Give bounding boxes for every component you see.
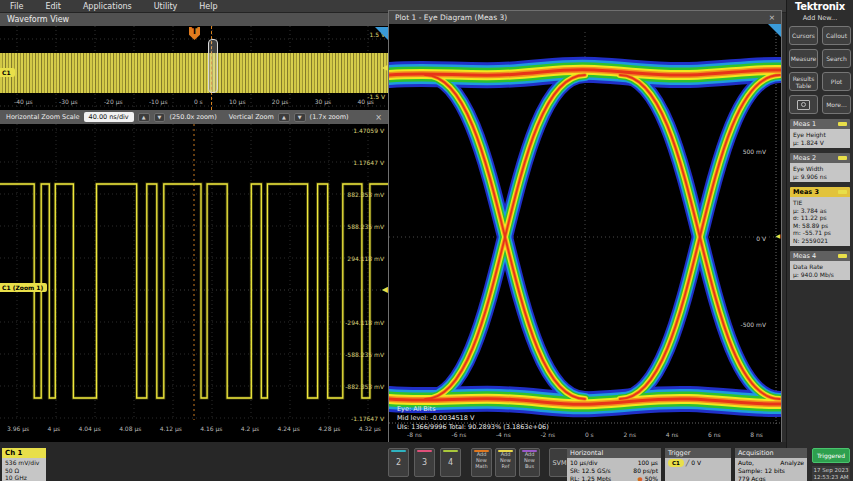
measurement-badge-meas-4[interactable]: Meas 4Data Rateµ: 940.0 Mb/s <box>790 251 850 280</box>
acquisition-panel[interactable]: Acquisition Auto, Analyze Sample: 12 bit… <box>735 448 807 481</box>
tektronix-logo: Tektronix <box>787 1 853 12</box>
trigger-source-badge[interactable]: C1 <box>668 459 684 467</box>
close-icon[interactable]: × <box>769 11 781 24</box>
eye-time-label: 2 ns <box>623 431 636 438</box>
zoom-volt-label: 882.353 mV <box>347 191 384 198</box>
ch1-badge[interactable]: Ch 1 536 mV/div50 Ω10 GHz <box>2 448 46 481</box>
add-new-button-label: Add New Math <box>472 451 491 469</box>
acq-mode: Auto, <box>738 459 754 467</box>
cursors-button[interactable]: Cursors <box>789 26 818 45</box>
add-new-ref-button[interactable]: Add New Ref <box>495 448 516 477</box>
measurement-badge-header[interactable]: Meas 2 <box>790 153 850 163</box>
acq-analyze: Analyze <box>780 459 804 467</box>
channel-color-chip <box>838 190 847 194</box>
channel-button-label: 3 <box>422 458 427 467</box>
eye-diagram-window[interactable]: Plot 1 - Eye Diagram (Meas 3) × ◀ 500 mV… <box>388 10 782 445</box>
menu-item-applications[interactable]: Applications <box>83 2 132 11</box>
ch1-setting: 536 mV/div <box>5 459 43 467</box>
measurement-badge-meas-1[interactable]: Meas 1Eye Heightµ: 1.824 V <box>790 119 850 148</box>
channel-4-button[interactable]: 4 <box>440 448 461 477</box>
acq-sample: Sample: 12 bits <box>738 467 804 475</box>
add-new-math-button[interactable]: Add New Math <box>471 448 492 477</box>
trigger-panel-body: C1 ╱ 0 V <box>665 458 731 481</box>
h-zoom-increase-button[interactable]: ▲ <box>138 113 150 122</box>
horizontal-panel-title: Horizontal <box>567 448 661 458</box>
menu-item-edit[interactable]: Edit <box>45 2 61 11</box>
eye-diagram-canvas[interactable] <box>389 24 781 431</box>
menu-item-help[interactable]: Help <box>199 2 217 11</box>
measurement-value: µ: 1.824 V <box>793 139 847 147</box>
channel-2-button[interactable]: 2 <box>388 448 409 477</box>
v-zoom-increase-button[interactable]: ▲ <box>278 113 290 122</box>
measurement-badge-meas-3[interactable]: Meas 3TIEµ: 3.784 asσ: 11.22 psM: 58.89 … <box>790 187 850 246</box>
callout-button[interactable]: Callout <box>822 26 851 45</box>
search-button[interactable]: Search <box>822 49 851 68</box>
run-status-button[interactable]: Triggered <box>812 448 850 463</box>
v-zoom-factor: (1.7x zoom) <box>310 113 349 121</box>
v-zoom-label: Vertical Zoom <box>229 113 274 121</box>
zoom-volt-label: 588.235 mV <box>347 223 384 230</box>
measurement-badge-meas-2[interactable]: Meas 2Eye Widthµ: 9.906 ns <box>790 153 850 182</box>
h-zoom-decrease-button[interactable]: ▼ <box>154 113 166 122</box>
v-zoom-decrease-button[interactable]: ▼ <box>294 113 306 122</box>
resize-handle-icon[interactable] <box>768 24 781 37</box>
overview-time-label: 40 µs <box>357 98 374 105</box>
zoom-volt-label: 1.47059 V <box>353 127 384 134</box>
channel-color-chip <box>838 156 847 160</box>
ch1-setting: 50 Ω <box>5 467 43 475</box>
oscilloscope-app: FileEditApplicationsUtilityHelp Waveform… <box>0 0 853 481</box>
acquisition-panel-body: Auto, Analyze Sample: 12 bits 779 Acqs <box>735 458 807 481</box>
menu-item-utility[interactable]: Utility <box>154 2 178 11</box>
eye-annotation-line: Eye: All Bits <box>397 405 549 414</box>
channel-3-button[interactable]: 3 <box>414 448 435 477</box>
more-button[interactable]: More... <box>822 95 851 114</box>
zoom-scale-bar: Horizontal Zoom Scale 40.00 ns/div ▲ ▼ (… <box>0 110 388 124</box>
screen-capture-button[interactable] <box>789 95 818 114</box>
trigger-panel[interactable]: Trigger C1 ╱ 0 V <box>665 448 731 481</box>
eye-time-label: -8 ns <box>407 431 422 438</box>
ch1-badge-header[interactable]: Ch 1 <box>2 448 46 458</box>
zoom-volt-label: -588.235 mV <box>345 351 384 358</box>
zoom-time-label: 4 µs <box>48 425 61 432</box>
horizontal-setting-row: SR: 12.5 GS/s80 ps/pt <box>570 467 658 475</box>
acq-count: 779 Acqs <box>738 475 804 481</box>
zoomed-waveform-canvas[interactable] <box>0 124 388 422</box>
measurement-badge-body: TIEµ: 3.784 asσ: 11.22 psM: 58.89 psm: -… <box>790 197 850 246</box>
horizontal-panel[interactable]: Horizontal 10 µs/div100 µsSR: 12.5 GS/s8… <box>567 448 661 481</box>
trigger-level-value: 0 V <box>691 459 701 466</box>
zoomed-waveform-view[interactable]: C1 (Zoom 1) ◀ 3.96 µs4 µs4.04 µs4.08 µs4… <box>0 124 388 442</box>
eye-zero-marker-icon: ◀ <box>775 232 780 240</box>
add-new-color-stripe <box>522 450 537 452</box>
datetime-line: 12:53:23 AM <box>812 474 850 481</box>
add-new-button-group: Add New MathAdd New RefAdd New Bus <box>471 448 540 477</box>
resize-handle-icon[interactable] <box>375 27 388 40</box>
add-new-bus-button[interactable]: Add New Bus <box>519 448 540 477</box>
plot-button[interactable]: Plot <box>822 72 851 91</box>
measurement-badge-body: Eye Widthµ: 9.906 ns <box>790 163 850 182</box>
overview-time-label: -20 µs <box>104 98 123 105</box>
ch1-handle[interactable]: C1 <box>0 68 15 77</box>
eye-annotations: Eye: All BitsMid level: -0.0034518 VUIs:… <box>397 405 549 432</box>
h-zoom-scale-value[interactable]: 40.00 ns/div <box>84 112 134 122</box>
ch1-waveform-band <box>0 53 388 93</box>
menu-item-file[interactable]: File <box>10 2 23 11</box>
eye-time-label: -4 ns <box>496 431 511 438</box>
eye-window-titlebar[interactable]: Plot 1 - Eye Diagram (Meas 3) × <box>389 11 781 24</box>
camera-icon <box>797 100 810 110</box>
measurement-badge-header[interactable]: Meas 3 <box>790 187 850 197</box>
sidebar-button-grid: CursorsCalloutMeasureSearchResults Table… <box>787 26 853 114</box>
zoom-time-label: 4.08 µs <box>119 425 141 432</box>
zoom-region-handle[interactable] <box>208 39 218 93</box>
measurement-badge-header[interactable]: Meas 4 <box>790 251 850 261</box>
measurement-badge-header[interactable]: Meas 1 <box>790 119 850 129</box>
position-bullet-icon: ● <box>638 475 643 481</box>
waveform-overview[interactable]: T C1 1.5 V -1.5 V ◀ -40 µs-30 µs-20 µs-1… <box>0 26 388 110</box>
results-table-button[interactable]: Results Table <box>789 72 818 91</box>
ch1-zoom-handle[interactable]: C1 (Zoom 1) <box>0 283 47 292</box>
overview-time-label: 20 µs <box>272 98 289 105</box>
zoom-close-icon[interactable]: × <box>375 113 382 122</box>
channel-color-chip <box>838 122 847 126</box>
measure-button[interactable]: Measure <box>789 49 818 68</box>
horizontal-setting: RL: 1.25 Mpts <box>570 475 611 481</box>
horizontal-setting: 80 ps/pt <box>633 467 658 475</box>
